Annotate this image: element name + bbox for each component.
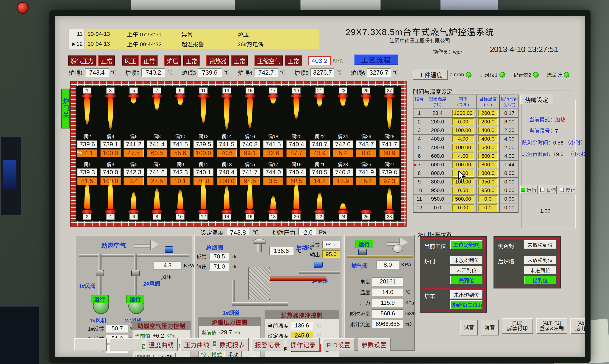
- current-segment: 当前段号：7: [529, 127, 558, 134]
- slope-value[interactable]: 500.00: [452, 195, 474, 203]
- flame-icon: [154, 188, 160, 209]
- thermocouple: 偶10 741.5 55.6: [169, 133, 192, 157]
- alarm-date: 10-04-13: [85, 41, 124, 47]
- nav-button-pid-settings[interactable]: PID设置: [322, 338, 355, 351]
- process-flow-button[interactable]: 工艺流程: [354, 54, 398, 65]
- table-row[interactable]: 1 28.4 1000.00 200.0 0.17: [413, 109, 518, 118]
- seal-label: 侧密封: [498, 240, 522, 250]
- target-temp[interactable]: 600.0: [478, 153, 498, 160]
- table-row[interactable]: 11 950.0 500.00 0.0 0.00: [413, 195, 518, 203]
- slope-value[interactable]: 4.00: [452, 135, 474, 143]
- slope-value[interactable]: 0.50: [452, 187, 474, 194]
- burner-nozzle-icon: [314, 94, 325, 98]
- burner: 2: [76, 182, 99, 220]
- nav-button-param-settings[interactable]: 参数设置: [358, 338, 391, 351]
- target-temp[interactable]: 0.0: [478, 204, 498, 211]
- rearwall-state: 未放松到位: [524, 256, 556, 264]
- alarm-row[interactable]: ▶12 10-04-13 上午 09:44:32 超温报警 26#热电偶: [68, 39, 319, 49]
- target-temp[interactable]: 400.0: [478, 127, 498, 134]
- nav-button-alarm-log[interactable]: 报警记录: [251, 338, 284, 351]
- nav-button-cut[interactable]: [109, 338, 142, 351]
- target-temp[interactable]: 950.0: [478, 178, 498, 185]
- table-row[interactable]: 4 400.0 4.00 400.0 4.00: [413, 135, 518, 143]
- table-row[interactable]: 12 0.0 0.00 0.0 0.00: [413, 203, 518, 212]
- chamber-pressure-unit: Pa: [319, 229, 326, 236]
- increase-button[interactable]: +: [250, 356, 258, 357]
- mode-button[interactable]: 手动: [224, 351, 242, 357]
- exit-system-button[interactable]: [Alt+F4]退出系统: [570, 318, 585, 334]
- target-temp[interactable]: 800.0: [478, 161, 498, 168]
- valve2-label: 2#风阀: [143, 279, 160, 287]
- alarm-list[interactable]: 11 10-04-13 上午 07:54:51 异常 炉压 ▶12 10-04-…: [68, 29, 319, 49]
- smoke-valve-icon: [253, 239, 266, 244]
- flame-icon: [177, 98, 183, 105]
- target-temp[interactable]: 0.0: [478, 195, 498, 203]
- table-row[interactable]: 5 400.0 100.00 600.0 2.00: [413, 143, 518, 152]
- status-badge-label: 风压: [122, 55, 139, 66]
- divider: [465, 233, 570, 233]
- burner-number: 27: [385, 88, 394, 94]
- green-status-lamp-icon: [500, 72, 505, 78]
- slope-value[interactable]: 100.00: [452, 144, 474, 151]
- fan1-state-tag: 运行: [91, 295, 109, 303]
- table-row[interactable]: 3 200.0 100.00 400.0 2.00: [413, 126, 518, 135]
- furnace-view: 1 3 5: [70, 81, 407, 227]
- burner-nozzle-icon: [384, 210, 395, 213]
- roof-temp-unit: ℃: [280, 70, 286, 76]
- mode-button[interactable]: 自动: [158, 353, 176, 357]
- burner-number: 25: [362, 88, 370, 94]
- status-badge-label: 压缩空气: [254, 55, 283, 66]
- burner-number: 17: [269, 88, 278, 94]
- mute-button[interactable]: 消音: [481, 320, 499, 336]
- table-row[interactable]: ▶7 600.0 100.00 800.0 1.44: [413, 161, 518, 169]
- nav-button-pressure-curve[interactable]: 压力曲线: [180, 338, 213, 351]
- table-row[interactable]: 10 950.0 0.50 950.0 0.00: [413, 186, 518, 195]
- run-hours: 2.00: [500, 126, 519, 134]
- alarm-row[interactable]: 11 10-04-13 上午 07:54:51 异常 炉压: [68, 29, 319, 39]
- run-hours: 4.00: [500, 152, 519, 160]
- table-row[interactable]: 6 600.0 4.00 600.0 4.00: [413, 152, 518, 161]
- slope-value[interactable]: 1000.00: [452, 110, 474, 117]
- segment-no: 6: [418, 153, 421, 159]
- burner: 25: [355, 88, 378, 130]
- slope-value[interactable]: 4.00: [452, 153, 474, 160]
- status-badge: 燃气压力 正常: [68, 55, 115, 66]
- rear-output-value[interactable]: 95.0: [322, 250, 340, 258]
- segment-no: 3: [418, 127, 421, 133]
- target-temp[interactable]: 200.0: [478, 110, 498, 117]
- thermocouple-output-pct: 100.0: [193, 149, 213, 157]
- target-temp[interactable]: 200.0: [478, 118, 498, 125]
- slope-value[interactable]: 0.00: [452, 204, 474, 211]
- air-pressure-value: 4.3: [154, 261, 182, 270]
- alarm-time: 上午 07:54:51: [124, 30, 179, 38]
- burner: 28: [378, 188, 401, 220]
- target-temp[interactable]: 400.0: [478, 135, 498, 143]
- target-temp[interactable]: 800.0: [478, 170, 498, 177]
- target-temp[interactable]: 600.0: [478, 144, 498, 151]
- screen-print-button[interactable]: [F10]屏幕打印: [502, 318, 533, 334]
- login-logout-button[interactable]: [ALT+F2]登录&注销: [536, 318, 567, 334]
- nav-button-cut[interactable]: [74, 338, 107, 351]
- burner: 27: [378, 88, 401, 130]
- burner-nozzle-icon: [221, 94, 232, 98]
- workpiece-temp-button[interactable]: 工件温度: [413, 70, 448, 80]
- table-row[interactable]: 2 200.0 6.00 200.0 6.00: [413, 118, 518, 126]
- segment-table[interactable]: 段号 起始温度(℃) 斜率(℃/h) 目标温度(℃) 运行时间(小时) 1 28…: [413, 94, 518, 213]
- slope-value[interactable]: 6.00: [452, 118, 474, 125]
- thermocouple-name: 偶9: [176, 161, 184, 168]
- nav-button-temp-curve[interactable]: 温度曲线: [145, 338, 178, 351]
- burner-setting-button[interactable]: 烧嘴设定: [520, 94, 553, 104]
- run-control-button[interactable]: 运行: [520, 185, 538, 194]
- nav-button-data-report[interactable]: 数据报表: [216, 338, 249, 351]
- flame-icon: [247, 178, 253, 209]
- slope-value[interactable]: 100.00: [452, 127, 474, 134]
- run-control-button[interactable]: 暂停: [539, 185, 557, 194]
- air-valve1-icon: [96, 270, 104, 276]
- target-temp[interactable]: 950.0: [478, 187, 498, 194]
- run-button-label: 运行: [527, 186, 537, 194]
- nav-button-operation-log[interactable]: 操作记录: [287, 338, 320, 351]
- slope-value[interactable]: 100.00: [452, 161, 474, 168]
- test-sound-button[interactable]: 试音: [460, 320, 478, 336]
- run-control-button[interactable]: 停止: [559, 185, 576, 194]
- gas-pressure-unit: KPa: [401, 262, 411, 268]
